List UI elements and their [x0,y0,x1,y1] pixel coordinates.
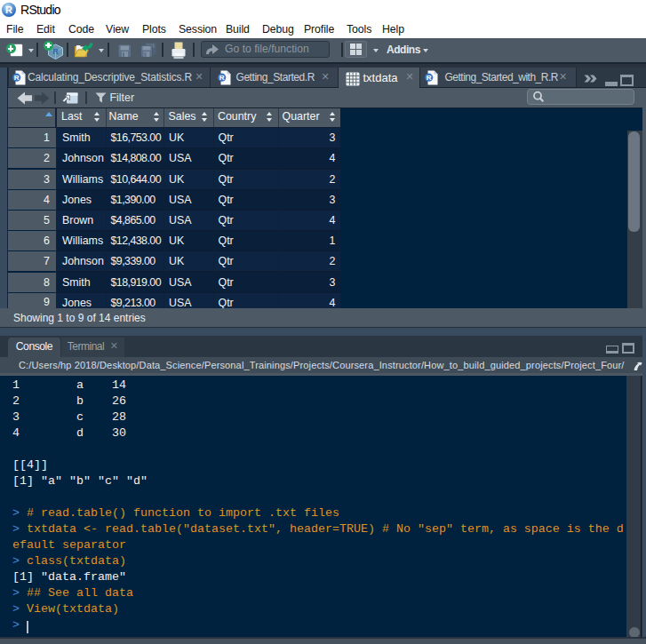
svg-text:R: R [52,47,59,56]
svg-text:R: R [426,74,431,82]
svg-text:R: R [13,74,19,82]
svg-text:R: R [219,74,225,82]
